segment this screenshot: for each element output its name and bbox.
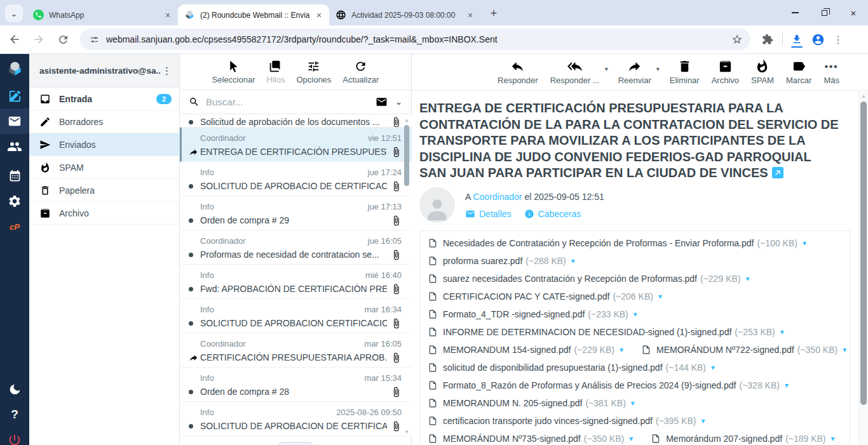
scroll-up-icon[interactable]: ▲ <box>859 93 868 99</box>
window-minimize-button[interactable] <box>780 0 810 25</box>
recipient-link[interactable]: Coordinador <box>473 192 522 202</box>
attachment[interactable]: suarez necesidades Contratación y Recepc… <box>428 274 749 284</box>
new-tab-button[interactable]: + <box>485 5 502 22</box>
settings-gear-icon[interactable] <box>0 189 29 214</box>
tab-actividad[interactable]: Actividad 2025-09-03 08:00:00 × <box>329 4 480 25</box>
message-row[interactable]: Infomar 16:34 SOLICITUD DE APROBACION CE… <box>180 299 412 333</box>
site-settings-icon[interactable] <box>89 34 100 45</box>
attachment-caret-icon[interactable]: ▾ <box>658 292 662 301</box>
attachment-caret-icon[interactable]: ▾ <box>785 381 789 390</box>
attachment-caret-icon[interactable]: ▾ <box>831 434 835 443</box>
back-button[interactable] <box>5 30 24 49</box>
attachment[interactable]: CERTIFICACION PAC Y CATE-signed.pdf(~206… <box>428 291 662 302</box>
attachment[interactable]: MEMORANDUM N. 205-signed.pdf(~381 KB)▾ <box>428 398 635 408</box>
attachment-caret-icon[interactable]: ▾ <box>634 310 637 319</box>
attachment[interactable]: Formato_8_Razón de Proformas y Análisis … <box>428 380 789 390</box>
sidebar-item-papelera[interactable]: Papelera <box>29 179 179 202</box>
attachment[interactable]: MEMORANDUM 154-signed.pdf(~229 KB)▾ <box>428 345 623 355</box>
reply-all-button[interactable]: Responder ... ▾ <box>550 59 600 85</box>
reply-button[interactable]: Responder <box>498 59 538 85</box>
sidebar-item-spam[interactable]: SPAM <box>29 156 179 179</box>
account-menu-icon[interactable]: ⋮ <box>160 65 174 77</box>
browser-menu-icon[interactable]: ⋮ <box>829 30 848 49</box>
external-link-icon[interactable] <box>772 167 783 178</box>
compose-icon[interactable] <box>0 83 29 109</box>
mail-icon[interactable] <box>0 109 29 134</box>
sidebar-item-borradores[interactable]: Borradores <box>29 110 179 133</box>
forward-button[interactable]: Reenviar ▾ <box>618 59 651 85</box>
logout-icon[interactable] <box>0 427 29 445</box>
search-input[interactable] <box>206 96 376 107</box>
forward-caret-icon[interactable]: ▾ <box>656 65 660 72</box>
dark-mode-moon-icon[interactable] <box>0 376 29 402</box>
roundcube-logo[interactable] <box>0 54 29 83</box>
message-row[interactable]: Infojue 17:24 SOLICITUD DE APROBACIO DE … <box>180 162 412 196</box>
message-row[interactable]: Coordinadorjue 16:05 Proformas de necesi… <box>180 230 412 265</box>
attachment[interactable]: MEMORÁNDUM Nº722-signed.pdf(~350 KB)▾ <box>641 345 846 355</box>
profile-icon[interactable] <box>808 30 827 49</box>
attachment-caret-icon[interactable]: ▾ <box>780 328 784 336</box>
details-link[interactable]: Detalles <box>465 209 512 219</box>
list-scrollbar-thumb[interactable] <box>404 125 409 186</box>
cpanel-icon[interactable]: cP <box>0 214 29 239</box>
attachment[interactable]: Necesidades de Contratación y Recepción … <box>428 238 806 248</box>
attachment[interactable]: solicitud de disponibilidad presupuestar… <box>428 362 715 373</box>
load-more-pill[interactable] <box>278 442 313 445</box>
extensions-icon[interactable] <box>758 30 777 49</box>
reply-all-caret-icon[interactable]: ▾ <box>605 65 608 72</box>
message-row[interactable]: Info2025-08-26 09:50 SOLICITUD DE APROBA… <box>180 402 412 436</box>
reader-scrollbar-thumb[interactable] <box>860 102 867 405</box>
attachment-caret-icon[interactable]: ▾ <box>843 345 846 354</box>
tab-search-button[interactable]: ⌄ <box>5 4 23 22</box>
attachment-caret-icon[interactable]: ▾ <box>571 256 575 265</box>
attachment[interactable]: Memorándum 207-signed.pdf(~189 KB)▾ <box>651 434 834 444</box>
tab-roundcube-active[interactable]: (2) Roundcube Webmail :: Envia × <box>178 4 329 25</box>
message-row[interactable]: Coordinadormar 16:05 CERTIFICACIÓN PRESU… <box>180 333 412 368</box>
attachment[interactable]: proforma suarez.pdf(~288 KB)▾ <box>428 256 575 266</box>
mark-button[interactable]: Marcar <box>786 59 811 85</box>
window-close-button[interactable]: × <box>839 0 868 25</box>
sidebar-item-enviados[interactable]: Enviados <box>29 133 179 156</box>
message-row[interactable]: Infomié 16:40 Fwd: APROBACIÓN DE CERTIFI… <box>180 265 412 299</box>
reader-scrollbar[interactable]: ▲ <box>858 91 868 445</box>
options-button[interactable]: Opciones <box>296 60 331 84</box>
refresh-button[interactable]: Actualizar <box>342 60 379 84</box>
url-text[interactable]: webmail.sanjuan.gob.ec/cpsess4955827172/… <box>106 34 731 44</box>
search-scope-mail-icon[interactable] <box>376 96 388 108</box>
reload-button[interactable] <box>53 30 72 49</box>
message-row-selected[interactable]: Coordinadorvie 12:51 ENTREGA DE CERTIFIC… <box>180 128 412 162</box>
message-row[interactable]: Infojue 17:13 Orden de compra # 29 <box>180 196 412 230</box>
bookmark-star-icon[interactable] <box>731 34 743 45</box>
list-scrollbar[interactable]: ▲ ▼ <box>403 115 410 436</box>
url-bar[interactable]: webmail.sanjuan.gob.ec/cpsess4955827172/… <box>80 29 750 50</box>
attachment[interactable]: MEMORÁNDUM Nº735-signed.pdf(~350 KB)▾ <box>428 434 633 444</box>
select-button[interactable]: Seleccionar <box>212 60 255 84</box>
attachment-caret-icon[interactable]: ▾ <box>631 399 635 408</box>
downloads-icon[interactable] <box>788 30 806 49</box>
attachment[interactable]: certificacion transporte judo vinces-sig… <box>428 416 705 426</box>
attachment-caret-icon[interactable]: ▾ <box>701 416 705 425</box>
tab-whatsapp[interactable]: WhatsApp × <box>27 4 178 25</box>
message-row[interactable]: Infomar 15:34 Orden de compra # 28 <box>180 368 412 402</box>
sidebar-item-entrada[interactable]: Entrada 2 <box>29 88 179 110</box>
forward-button[interactable] <box>29 30 48 49</box>
attachment-caret-icon[interactable]: ▾ <box>803 239 806 248</box>
scroll-down-icon[interactable]: ▼ <box>403 429 410 435</box>
contacts-icon[interactable] <box>0 134 29 159</box>
more-button[interactable]: ••• Más <box>824 59 839 85</box>
attachment-caret-icon[interactable]: ▾ <box>620 345 623 354</box>
attachment-caret-icon[interactable]: ▾ <box>745 274 749 283</box>
archive-button[interactable]: Archivo <box>712 59 739 85</box>
help-icon[interactable]: ? <box>0 402 29 427</box>
account-header[interactable]: asistente-administrativo@sa... ⋮ <box>29 54 179 88</box>
spam-button[interactable]: SPAM <box>751 59 774 85</box>
calendar-icon[interactable] <box>0 163 29 189</box>
search-scope-caret-icon[interactable]: ⌄ <box>395 97 402 107</box>
tab-close-icon[interactable]: × <box>314 10 324 20</box>
tab-close-icon[interactable]: × <box>163 10 173 20</box>
tab-close-icon[interactable]: × <box>465 10 475 20</box>
attachment-caret-icon[interactable]: ▾ <box>711 363 715 372</box>
attachment[interactable]: INFORME DE DETERMINACION DE NECESIDAD-si… <box>428 327 784 337</box>
scroll-up-icon[interactable]: ▲ <box>403 117 410 123</box>
delete-button[interactable]: Eliminar <box>670 59 700 85</box>
